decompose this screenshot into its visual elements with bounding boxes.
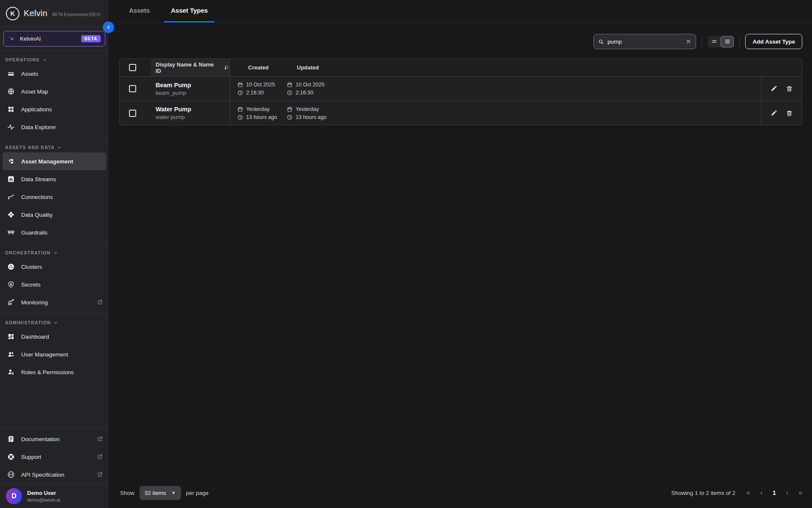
clear-search-icon[interactable] [686, 39, 691, 44]
asset-map-icon [7, 88, 15, 95]
sidebar-item-roles-permissions[interactable]: Roles & Permissions [0, 363, 109, 381]
external-link-icon [97, 299, 103, 305]
clock-icon [287, 114, 293, 120]
clock-icon [287, 90, 293, 96]
sidebar-item-api-specification[interactable]: API Specification [0, 466, 109, 483]
calendar-icon [287, 106, 293, 112]
section-orchestration[interactable]: ORCHESTRATION [0, 245, 109, 258]
last-page-button[interactable]: » [798, 489, 802, 497]
guardrails-icon [7, 229, 15, 236]
data-explorer-icon [7, 123, 15, 131]
select-all-checkbox[interactable] [129, 64, 136, 71]
asset-type-name-id: water-pump [156, 114, 230, 120]
sidebar-item-user-management[interactable]: User Management [0, 345, 109, 363]
updated-cell: Yesterday 13 hours ago [280, 101, 329, 125]
sidebar-item-data-explorer[interactable]: Data Explorer [0, 118, 109, 136]
column-header-updated[interactable]: Updated [280, 59, 329, 76]
tab-asset-types[interactable]: Asset Types [164, 0, 214, 22]
sparkle-icon [8, 35, 16, 43]
previous-page-button[interactable]: ‹ [760, 489, 763, 497]
collapse-sidebar-button[interactable] [103, 22, 114, 33]
sidebar-item-applications[interactable]: Applications [0, 100, 109, 118]
data-quality-icon [7, 211, 15, 218]
sidebar-footer: Documentation Support API Specification [0, 427, 109, 508]
section-administration[interactable]: ADMINISTRATION [0, 315, 109, 328]
add-asset-type-button[interactable]: Add Asset Type [745, 34, 802, 49]
external-link-icon [97, 454, 103, 460]
kelvin-logo-icon: K [6, 7, 19, 20]
sidebar-item-data-quality[interactable]: Data Quality [0, 206, 109, 224]
user-menu[interactable]: D Demo User demo@kelvin.ai [0, 483, 109, 508]
current-page[interactable]: 1 [773, 489, 776, 496]
three-lines-icon [724, 38, 731, 45]
external-link-icon [97, 436, 103, 442]
avatar: D [6, 488, 22, 504]
section-assets-and-data[interactable]: ASSETS AND DATA [0, 139, 109, 152]
chevron-down-icon [42, 58, 47, 62]
asset-management-icon [7, 157, 15, 165]
sidebar-item-connections[interactable]: Connections [0, 188, 109, 206]
per-page-select[interactable]: 32 items ▼ [140, 486, 181, 500]
delete-button[interactable] [785, 84, 794, 93]
compact-view-button[interactable] [721, 36, 734, 47]
sidebar-item-guardrails[interactable]: Guardrails [0, 224, 109, 241]
section-operations[interactable]: OPERATIONS [0, 52, 109, 65]
applications-icon [7, 105, 15, 113]
external-link-icon [97, 472, 103, 478]
sort-icon[interactable] [223, 64, 230, 71]
caret-down-icon: ▼ [171, 490, 176, 495]
asset-type-name-id: beam_pump [156, 90, 230, 96]
user-name: Demo User [27, 490, 60, 496]
separator [702, 36, 702, 47]
assets-icon [7, 70, 15, 77]
sidebar-item-data-streams[interactable]: Data Streams [0, 170, 109, 188]
kelvinai-button[interactable]: KelvinAI BETA [3, 31, 105, 47]
first-page-button[interactable]: « [746, 489, 750, 497]
calendar-icon [237, 82, 243, 88]
edit-button[interactable] [769, 84, 778, 93]
sidebar-nav: OPERATIONS Assets Asset Map Applications [0, 51, 109, 427]
sidebar-item-asset-map[interactable]: Asset Map [0, 83, 109, 100]
comfortable-view-button[interactable] [708, 36, 721, 47]
trash-icon [786, 85, 793, 92]
column-header-name[interactable]: Display Name & Name ID [151, 59, 230, 76]
pagination-bar: Show 32 items ▼ per page Showing 1 to 2 … [109, 478, 812, 508]
asset-type-display-name: Beam Pump [156, 82, 230, 88]
two-lines-icon [711, 38, 718, 45]
chevron-down-icon [53, 320, 58, 325]
data-streams-icon [7, 175, 15, 183]
select-row-checkbox[interactable] [129, 85, 136, 92]
user-management-icon [7, 351, 15, 358]
pencil-icon [770, 110, 777, 117]
table-row-water-pump[interactable]: Water Pump water-pump Yesterday 13 hours… [120, 101, 802, 125]
sidebar-item-monitoring[interactable]: Monitoring [0, 293, 109, 311]
select-row-checkbox[interactable] [129, 110, 136, 117]
documentation-icon [7, 435, 15, 443]
next-page-button[interactable]: › [786, 489, 788, 497]
delete-button[interactable] [785, 109, 794, 118]
clusters-icon [7, 263, 15, 271]
search-icon [598, 39, 604, 45]
brand-header: K Kelvin BETA Environment (DEV) [0, 0, 109, 27]
support-icon [7, 453, 15, 461]
column-header-created[interactable]: Created [230, 59, 280, 76]
monitoring-icon [7, 298, 15, 306]
show-label: Show [120, 490, 134, 496]
sidebar-item-support[interactable]: Support [0, 448, 109, 466]
search-input[interactable] [607, 39, 682, 45]
pencil-icon [770, 85, 777, 92]
environment-label: BETA Environment (DEV) [52, 12, 100, 17]
sidebar-item-assets[interactable]: Assets [0, 65, 109, 83]
edit-button[interactable] [769, 109, 778, 118]
view-density-toggle [708, 36, 734, 47]
created-cell: Yesterday 13 hours ago [230, 101, 280, 125]
sidebar-item-documentation[interactable]: Documentation [0, 430, 109, 448]
sidebar-item-secrets[interactable]: Secrets [0, 276, 109, 293]
sidebar-item-asset-management[interactable]: Asset Management [3, 152, 106, 170]
sidebar-item-dashboard[interactable]: Dashboard [0, 328, 109, 345]
pagination-summary: Showing 1 to 2 items of 2 [671, 490, 735, 496]
search-box [593, 34, 696, 49]
table-row-beam-pump[interactable]: Beam Pump beam_pump 10 Oct 2025 2:16:30 … [120, 77, 802, 101]
sidebar-item-clusters[interactable]: Clusters [0, 258, 109, 276]
tab-assets[interactable]: Assets [122, 0, 156, 22]
